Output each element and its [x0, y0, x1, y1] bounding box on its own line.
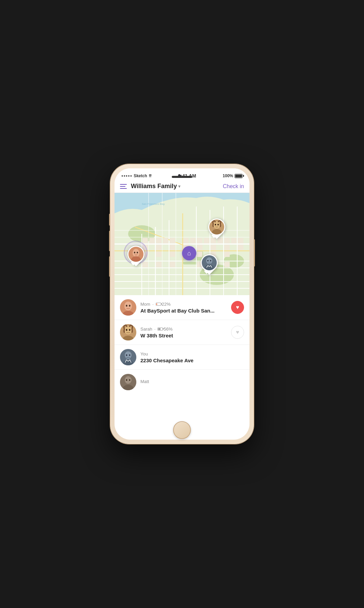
you-pin-shape [197, 251, 222, 275]
battery-icon [234, 174, 243, 178]
you-name-row: You [140, 351, 244, 356]
hamburger-line-1 [120, 184, 127, 185]
svg-rect-60 [224, 262, 230, 267]
dropdown-arrow-icon[interactable]: ▾ [178, 184, 180, 189]
mute-button[interactable] [109, 214, 110, 226]
you-pin-tail [204, 271, 209, 274]
sarah-avatar [120, 324, 136, 340]
sarah-pin-shape [205, 215, 229, 239]
home-button-area [110, 416, 254, 444]
mom-info: Mom · 22% At BaySport at Bay Club San... [140, 302, 227, 314]
mom-name-row: Mom · 22% [140, 302, 227, 307]
sarah-name-row: Sarah · 56% [140, 326, 227, 332]
mom-map-pin[interactable] [127, 246, 145, 266]
you-map-pin[interactable] [201, 254, 218, 275]
home-icon: ⌂ [187, 250, 191, 257]
svg-point-67 [213, 221, 220, 229]
svg-point-95 [129, 379, 131, 381]
status-right: 100% [223, 173, 243, 178]
heart-filled-icon: ♥ [236, 304, 239, 310]
you-avatar [120, 349, 136, 365]
svg-rect-43 [170, 245, 175, 250]
check-in-button[interactable]: Check in [223, 183, 244, 189]
mom-pin-tail [131, 262, 136, 265]
volume-up-button[interactable] [109, 231, 110, 251]
svg-rect-28 [149, 238, 155, 243]
svg-point-94 [126, 379, 127, 381]
family-name-label: Williams Family [131, 183, 177, 190]
status-bar: ●●●●● Sketch ⇈ 9:41 AM 100% [115, 168, 249, 180]
svg-point-74 [207, 260, 209, 261]
svg-rect-47 [224, 245, 230, 250]
svg-point-85 [129, 329, 130, 331]
svg-point-62 [133, 249, 139, 257]
sarah-map-pin[interactable] [208, 218, 225, 239]
svg-point-79 [126, 305, 127, 307]
svg-rect-45 [197, 245, 202, 250]
mom-battery-fill [156, 303, 157, 305]
svg-rect-31 [170, 238, 175, 243]
map-view[interactable]: San Francisco Bay [115, 193, 249, 295]
power-button[interactable] [254, 239, 255, 267]
svg-rect-34 [197, 238, 202, 243]
wifi-icon: ⇈ [149, 174, 152, 178]
svg-point-75 [210, 260, 211, 261]
mom-location: At BaySport at Bay Club San... [140, 308, 227, 314]
hamburger-line-2 [120, 186, 125, 187]
mom-avatar [120, 299, 136, 316]
home-pin-circle: ⌂ [182, 246, 196, 260]
battery-percent: 100% [223, 173, 233, 178]
matt-avatar [120, 374, 136, 390]
list-item[interactable]: Mom · 22% At BaySport at Bay Club San...… [115, 295, 249, 320]
svg-rect-40 [238, 238, 243, 243]
svg-rect-46 [211, 245, 216, 250]
list-item[interactable]: Sarah · 56% W 38th Street ♥ [115, 320, 249, 345]
mom-avatar-pin [128, 247, 143, 262]
mom-battery-icon [156, 303, 161, 306]
mom-heart-button[interactable]: ♥ [231, 301, 244, 314]
sarah-location: W 38th Street [140, 333, 227, 338]
mom-pin-shape [124, 242, 148, 267]
svg-rect-42 [156, 245, 162, 250]
svg-rect-51 [170, 252, 175, 257]
you-location: 2230 Chesapeake Ave [140, 358, 244, 363]
svg-rect-32 [183, 238, 189, 243]
svg-text:San Francisco Bay: San Francisco Bay [142, 202, 165, 206]
list-item[interactable]: Matt [115, 370, 249, 394]
svg-rect-39 [231, 238, 237, 243]
sarah-name-label: Sarah [140, 326, 152, 332]
svg-rect-27 [142, 238, 148, 243]
sarah-heart-button[interactable]: ♥ [231, 326, 244, 339]
member-list: Mom · 22% At BaySport at Bay Club San...… [115, 295, 249, 394]
sarah-battery: 56% [157, 326, 172, 332]
home-button[interactable] [173, 421, 191, 439]
matt-info: Matt [140, 379, 244, 385]
svg-rect-50 [156, 252, 162, 257]
matt-name-row: Matt [140, 379, 244, 384]
svg-point-80 [129, 305, 130, 307]
svg-point-65 [137, 252, 138, 254]
svg-rect-57 [170, 262, 175, 267]
heart-outline-icon: ♥ [236, 329, 239, 335]
svg-point-90 [129, 354, 131, 356]
svg-point-70 [217, 224, 219, 226]
nav-title: Williams Family ▾ [131, 183, 223, 190]
svg-rect-54 [224, 252, 230, 257]
svg-point-69 [215, 224, 216, 226]
hamburger-menu-button[interactable] [120, 184, 127, 189]
sarah-battery-pct: 56% [164, 326, 172, 332]
list-item[interactable]: You 2230 Chesapeake Ave [115, 345, 249, 370]
svg-rect-29 [156, 238, 162, 243]
phone-screen: ●●●●● Sketch ⇈ 9:41 AM 100% Williams Fam… [115, 168, 249, 440]
you-info: You 2230 Chesapeake Ave [140, 351, 244, 363]
matt-name-label: Matt [140, 379, 149, 384]
battery-fill [235, 174, 242, 178]
hamburger-line-3 [120, 188, 127, 189]
you-name-label: You [140, 351, 148, 356]
status-left: ●●●●● Sketch ⇈ [121, 173, 152, 178]
svg-rect-56 [156, 262, 162, 267]
carrier-label: Sketch [134, 173, 147, 178]
volume-down-button[interactable] [109, 256, 110, 277]
svg-rect-30 [163, 238, 168, 243]
svg-rect-33 [190, 238, 196, 243]
